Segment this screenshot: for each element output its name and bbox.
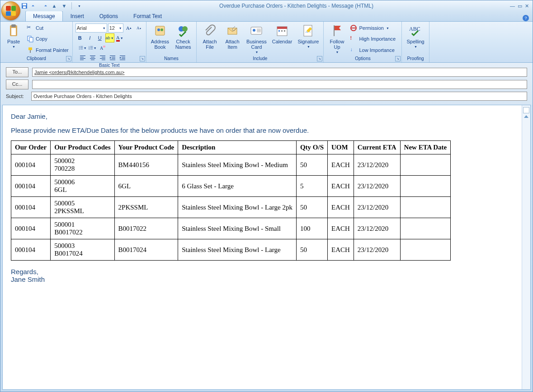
shrink-font-button[interactable]: A▾ bbox=[134, 23, 143, 33]
copy-button[interactable]: Copy bbox=[26, 35, 70, 43]
decrease-indent-button[interactable] bbox=[108, 53, 117, 62]
svg-rect-35 bbox=[102, 60, 105, 60]
svg-rect-59 bbox=[284, 30, 285, 32]
low-importance-button[interactable]: ↓Low Importance bbox=[349, 46, 399, 54]
ruler-toggle-icon[interactable] bbox=[523, 107, 529, 113]
group-label-proofing: Proofing bbox=[405, 56, 426, 61]
message-body[interactable]: Dear Jamie, Please provide new ETA/Due D… bbox=[3, 105, 522, 389]
align-left-button[interactable] bbox=[78, 53, 87, 62]
subject-field[interactable]: Overdue Purchase Orders - Kitchen Deligh… bbox=[31, 92, 527, 101]
font-name-select[interactable]: Arial▼ bbox=[75, 23, 107, 33]
cut-button[interactable]: ✂Cut bbox=[26, 24, 70, 32]
previous-icon[interactable]: ▲ bbox=[51, 2, 58, 9]
spelling-button[interactable]: ABCSpelling▼ bbox=[405, 23, 426, 56]
underline-button[interactable]: U bbox=[95, 33, 104, 42]
close-button[interactable]: ✕ bbox=[525, 3, 529, 9]
svg-rect-56 bbox=[277, 27, 287, 29]
options-launcher[interactable]: ↘ bbox=[395, 56, 401, 61]
cc-button[interactable]: Cc... bbox=[6, 79, 28, 89]
app-window: ▲ ▼ ▼ Overdue Purchase Orders - Kitchen … bbox=[0, 0, 533, 392]
font-color-button[interactable]: A▼ bbox=[115, 33, 124, 42]
bullets-button[interactable]: ▼ bbox=[78, 43, 87, 52]
signature-name: Jane Smith bbox=[11, 275, 45, 283]
tab-format-text[interactable]: Format Text bbox=[126, 11, 170, 21]
table-row: 0001045000052PKSSML2PKSSMLStainless Stee… bbox=[11, 197, 451, 218]
table-cell: 23/12/2020 bbox=[354, 197, 400, 218]
svg-rect-25 bbox=[80, 57, 84, 57]
high-importance-button[interactable]: !High Importance bbox=[349, 35, 399, 43]
business-card-icon bbox=[249, 23, 264, 38]
greeting-text: Dear Jamie, bbox=[11, 112, 514, 120]
font-size-select[interactable]: 12▼ bbox=[108, 23, 123, 33]
align-center-button[interactable] bbox=[88, 53, 97, 62]
attach-item-button[interactable]: AttachItem bbox=[222, 23, 243, 56]
svg-rect-34 bbox=[100, 58, 105, 59]
save-icon[interactable] bbox=[21, 2, 28, 9]
permission-icon bbox=[350, 24, 357, 32]
follow-up-button[interactable]: FollowUp▼ bbox=[326, 23, 347, 56]
table-cell: 23/12/2020 bbox=[354, 239, 400, 261]
table-cell: 500002700228 bbox=[51, 154, 114, 176]
intro-text: Please provide new ETA/Due Dates for the… bbox=[11, 126, 514, 134]
redo-icon[interactable] bbox=[41, 2, 48, 9]
minimize-button[interactable]: — bbox=[510, 3, 515, 9]
help-icon[interactable]: ? bbox=[523, 15, 529, 21]
next-icon[interactable]: ▼ bbox=[61, 2, 68, 9]
table-row: 000104500001B0017022B0017022Stainless St… bbox=[11, 218, 451, 239]
address-book-icon bbox=[153, 23, 167, 38]
svg-rect-5 bbox=[11, 28, 16, 35]
calendar-button[interactable]: Calendar bbox=[270, 23, 294, 56]
table-cell: 000104 bbox=[11, 239, 51, 261]
ribbon: Paste▼ ✂Cut Copy Format Painter Clipboar… bbox=[0, 21, 533, 63]
cc-field[interactable] bbox=[32, 80, 527, 89]
table-header-cell: UOM bbox=[328, 141, 354, 154]
table-cell bbox=[400, 197, 451, 218]
attach-file-button[interactable]: AttachFile bbox=[199, 23, 220, 56]
table-cell: EACH bbox=[328, 218, 354, 239]
svg-rect-36 bbox=[110, 56, 115, 56]
highlight-button[interactable]: ab▼ bbox=[105, 33, 114, 42]
clipboard-launcher[interactable]: ↘ bbox=[66, 56, 71, 61]
ribbon-tabs: Message Insert Options Format Text ? bbox=[0, 11, 533, 21]
italic-button[interactable]: I bbox=[85, 33, 94, 42]
group-names: AddressBook CheckNames Names bbox=[146, 22, 197, 62]
increase-indent-button[interactable] bbox=[118, 53, 127, 62]
signature-button[interactable]: Signature▼ bbox=[296, 23, 321, 56]
table-cell: 5 bbox=[296, 176, 327, 197]
permission-button[interactable]: Permission▼ bbox=[349, 24, 399, 32]
bold-button[interactable]: B bbox=[75, 33, 85, 42]
svg-rect-21 bbox=[90, 49, 93, 49]
tab-insert[interactable]: Insert bbox=[63, 11, 92, 21]
format-painter-button[interactable]: Format Painter bbox=[26, 46, 70, 54]
table-cell: 500003B0017024 bbox=[51, 239, 114, 261]
tab-options[interactable]: Options bbox=[92, 11, 126, 21]
check-names-button[interactable]: CheckNames bbox=[173, 23, 193, 56]
svg-rect-38 bbox=[112, 58, 115, 59]
paste-button[interactable]: Paste▼ bbox=[3, 23, 24, 56]
svg-point-51 bbox=[253, 29, 255, 32]
table-cell: EACH bbox=[328, 239, 354, 261]
business-card-button[interactable]: BusinessCard▼ bbox=[245, 23, 269, 56]
clear-formatting-button[interactable]: A bbox=[98, 43, 107, 52]
office-button[interactable] bbox=[1, 1, 20, 20]
scroll-up-icon[interactable] bbox=[524, 115, 528, 118]
include-launcher[interactable]: ↘ bbox=[317, 56, 322, 61]
table-header-cell: Our Product Codes bbox=[51, 141, 114, 154]
align-right-button[interactable] bbox=[98, 53, 107, 62]
address-book-button[interactable]: AddressBook bbox=[149, 23, 171, 56]
copy-icon bbox=[27, 35, 34, 42]
tab-message[interactable]: Message bbox=[25, 11, 63, 21]
numbering-button[interactable]: 123▼ bbox=[88, 43, 97, 52]
svg-rect-2 bbox=[23, 6, 26, 8]
to-field[interactable]: Jamie <orders@kitchendelights.com.au> bbox=[32, 68, 527, 77]
attach-item-icon bbox=[225, 23, 240, 38]
maximize-button[interactable]: ▭ bbox=[518, 3, 522, 9]
basic-text-launcher[interactable]: ↘ bbox=[140, 56, 145, 61]
svg-rect-28 bbox=[90, 56, 95, 56]
undo-icon[interactable] bbox=[31, 2, 38, 9]
grow-font-button[interactable]: A▴ bbox=[124, 23, 133, 33]
to-button[interactable]: To... bbox=[6, 67, 28, 77]
table-header-cell: Our Order bbox=[11, 141, 51, 154]
flag-icon bbox=[330, 23, 344, 38]
qat-customize-icon[interactable]: ▼ bbox=[75, 2, 83, 9]
